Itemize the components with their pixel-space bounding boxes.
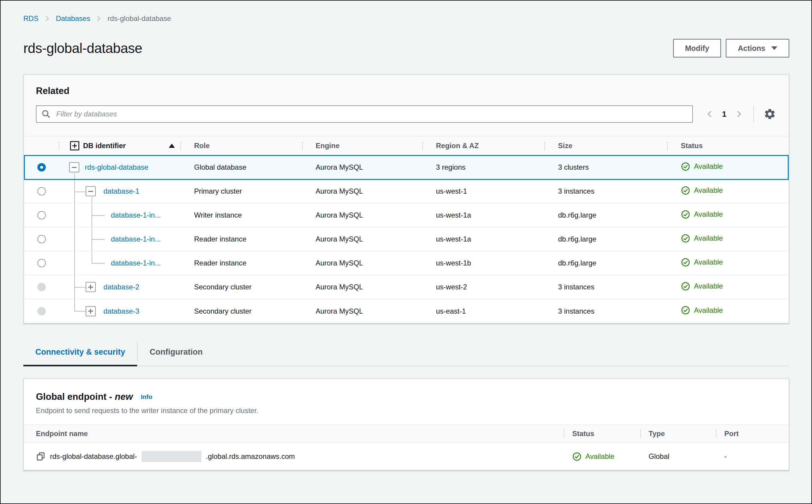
row-radio [37,283,46,291]
engine-cell: Aurora MySQL [302,251,422,275]
settings-button[interactable] [763,107,777,121]
table-row[interactable]: database-1-in... Reader instance Aurora … [25,227,788,251]
table-row[interactable]: rds-global-database Global database Auro… [25,155,788,179]
row-select-cell [25,155,59,179]
collapse-row-icon[interactable] [69,162,79,172]
role-cell: Global database [180,155,302,179]
pager-divider [753,105,754,123]
row-radio[interactable] [37,187,46,195]
breadcrumb-current: rds-global-database [107,14,171,23]
table-row[interactable]: database-3 Secondary cluster Aurora MySQ… [25,299,788,323]
size-cell: db.r6g.large [544,251,667,275]
db-identifier-cell: database-3 [59,299,180,323]
size-cell: 3 instances [544,275,667,299]
size-cell: 3 instances [544,299,667,323]
status-label: Available [694,282,723,290]
tab-configuration[interactable]: Configuration [138,340,215,366]
column-header-endpoint-status: Status [564,425,640,442]
db-identifier-link[interactable]: rds-global-database [85,163,148,171]
tree-connector-line [74,287,86,288]
db-identifier-link[interactable]: database-1-in... [111,211,161,219]
db-identifier-cell: rds-global-database [59,155,180,179]
check-circle-icon [681,186,690,195]
global-endpoint-panel: Global endpoint - new Info Endpoint to s… [23,378,789,470]
tree-connector-line [92,263,105,264]
status-badge: Available [681,282,723,291]
db-identifier-link[interactable]: database-1 [104,187,139,195]
chevron-left-icon [706,110,714,118]
column-header-status: Status [667,136,788,155]
chevron-right-icon [44,15,51,22]
info-link[interactable]: Info [141,393,152,400]
db-identifier-link[interactable]: database-1-in... [111,235,161,243]
expand-all-icon[interactable] [70,141,79,150]
filter-row: 1 [36,105,777,123]
db-identifier-link[interactable]: database-1-in... [111,259,161,267]
db-identifier-cell: database-1 [59,179,180,203]
role-cell: Primary cluster [180,179,302,203]
related-panel-header: Related 1 [24,75,789,136]
endpoint-name-suffix: .global.rds.amazonaws.com [206,452,295,461]
status-badge: Available [572,452,614,461]
check-circle-icon [681,306,690,315]
status-label: Available [694,306,723,315]
rds-console-page: RDS Databases rds-global-database rds-gl… [1,1,811,470]
actions-button[interactable]: Actions [726,39,789,57]
engine-cell: Aurora MySQL [302,179,422,203]
row-radio[interactable] [37,211,46,219]
db-identifier-link[interactable]: database-3 [104,307,139,315]
table-row[interactable]: database-2 Secondary cluster Aurora MySQ… [25,275,788,299]
copy-icon[interactable] [36,452,45,461]
expand-row-icon[interactable] [86,306,96,316]
tree-connector-line [92,215,105,216]
region-az-cell: us-west-1a [422,203,544,227]
related-title: Related [36,86,777,96]
tabs-filler [215,340,789,366]
endpoint-name-cell: rds-global-database.global-.global.rds.a… [24,443,564,470]
db-identifier-cell: database-1-in... [59,251,180,275]
row-radio[interactable] [37,163,46,171]
status-badge: Available [681,306,723,315]
status-badge: Available [681,258,723,267]
row-radio[interactable] [37,235,46,243]
global-endpoint-new-badge: new [115,391,133,402]
table-row[interactable]: database-1 Primary cluster Aurora MySQL … [25,179,788,203]
engine-cell: Aurora MySQL [302,155,422,179]
db-identifier-link[interactable]: database-2 [104,283,139,291]
expand-row-icon[interactable] [86,282,96,292]
sort-ascending-icon[interactable] [169,144,175,148]
tree-connector-line [74,179,75,203]
collapse-row-icon[interactable] [86,186,96,196]
column-header-region-az: Region & AZ [422,136,544,155]
status-label: Available [694,186,723,195]
header-actions: Modify Actions [673,39,789,57]
row-select-cell [25,179,59,203]
previous-page-button[interactable] [705,109,715,119]
region-az-cell: us-east-1 [422,299,544,323]
column-header-role: Role [180,136,302,155]
tree-connector-line [74,251,75,275]
table-row[interactable]: database-1-in... Writer instance Aurora … [25,203,788,227]
status-badge: Available [681,186,723,195]
current-page[interactable]: 1 [722,110,726,119]
breadcrumb-link-databases[interactable]: Databases [56,14,90,23]
tab-connectivity-security[interactable]: Connectivity & security [23,340,137,366]
endpoint-type-cell: Global [640,443,716,470]
row-radio[interactable] [37,259,46,267]
modify-button[interactable]: Modify [673,39,721,57]
pagination: 1 [705,105,777,123]
breadcrumb-link-rds[interactable]: RDS [23,14,39,23]
tree-connector-line [92,239,105,240]
global-endpoint-title-text: Global endpoint - [36,391,115,402]
triangle-down-icon [771,46,777,50]
next-page-button[interactable] [734,109,744,119]
endpoint-port-cell: - [716,443,789,470]
filter-input[interactable] [36,105,693,123]
engine-cell: Aurora MySQL [302,203,422,227]
status-cell: Available [667,251,788,275]
column-header-db-identifier[interactable]: DB identifier [59,136,180,155]
endpoint-table-header: Endpoint name Status Type Port [24,424,789,443]
select-column-header [25,136,59,155]
table-row[interactable]: database-1-in... Reader instance Aurora … [25,251,788,275]
search-icon [41,109,51,119]
